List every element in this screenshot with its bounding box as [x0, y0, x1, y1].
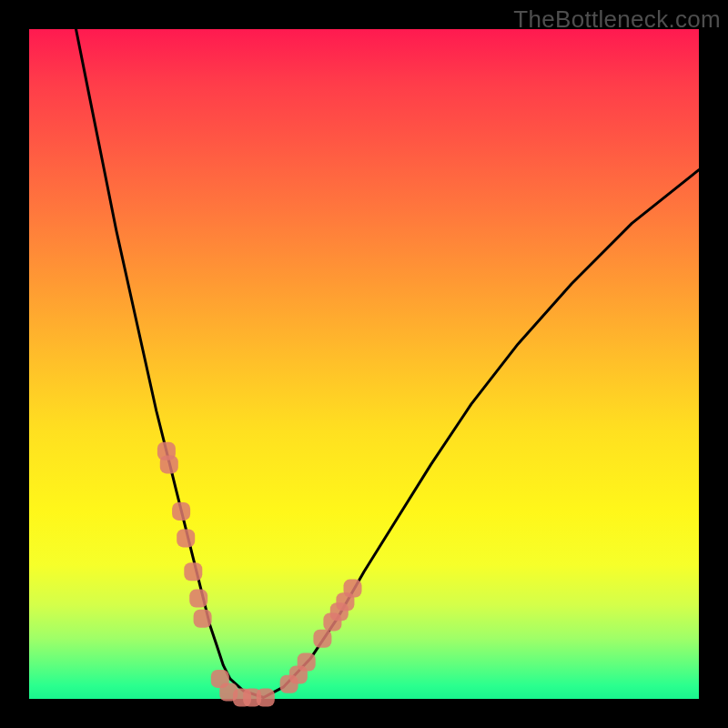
chart-frame: TheBottleneck.com — [0, 0, 728, 728]
marker-point — [189, 590, 207, 608]
marker-point — [184, 562, 202, 581]
chart-overlay — [0, 0, 728, 728]
marker-point — [298, 653, 316, 672]
marker-point — [257, 689, 275, 707]
marker-point — [160, 455, 178, 473]
markers — [157, 442, 362, 707]
marker-point — [194, 610, 212, 628]
marker-point — [344, 580, 362, 598]
marker-point — [313, 630, 331, 648]
curve — [76, 29, 700, 698]
marker-point — [172, 502, 190, 521]
marker-point — [177, 529, 195, 547]
curve-path — [76, 29, 700, 698]
